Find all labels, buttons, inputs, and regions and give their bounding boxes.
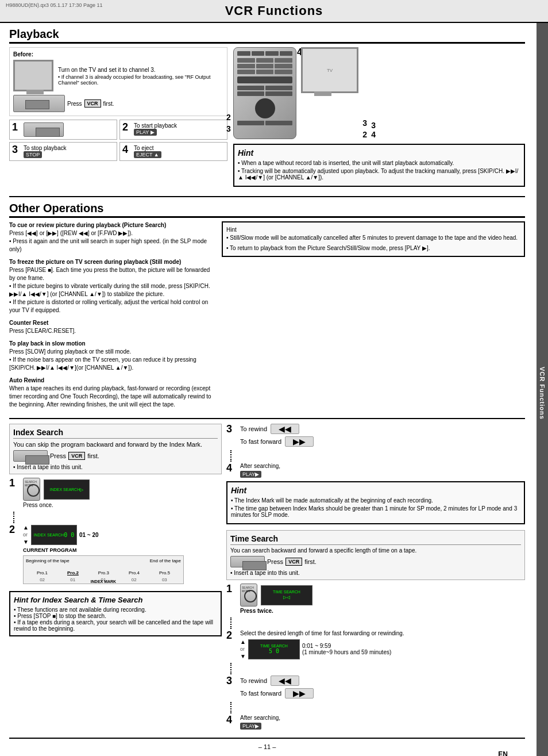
tape-diagram: Beginning of the tape End of the tape Pr… (23, 555, 184, 584)
vcr-sidebar-label: VCR Functions (537, 23, 548, 756)
cue-review-text: Press [◀◀] or [▶▶] ([REW ◀◀] or [F.FWD ▶… (9, 229, 216, 237)
hint-search-title: Hint for Index Search & Time Search (14, 596, 217, 604)
hint-search-note1: • These functions are not available duri… (14, 607, 217, 613)
playback-steps: 1 2 To start playback PLAY ▶ (9, 120, 227, 161)
index-vcr-button: VCR (68, 452, 85, 460)
time-search-display1: TIME SEARCH ▷◁ (261, 585, 312, 605)
before-title: Before: (13, 51, 223, 57)
tape-pro5: Pro.5 (159, 570, 170, 575)
remote-label-2: 2 (226, 113, 231, 122)
search-mode-button1[interactable] (23, 478, 40, 501)
auto-rewind-section: Auto Rewind When a tape reaches its end … (9, 377, 216, 409)
time-step4-row: 4 After searching, PLAY▶ (226, 715, 525, 730)
playback-hint-title: Hint (238, 148, 520, 158)
time-step3-num: 3 (226, 676, 237, 686)
play-button-label[interactable]: PLAY ▶ (134, 129, 157, 136)
slow-note: • If the noise bars appear on the TV scr… (9, 356, 216, 372)
step4-content: To eject EJECT ▲ (134, 145, 225, 158)
slow-text: Press [SLOW] during playback or the stil… (9, 348, 216, 356)
before-box: Before: Turn on the TV and set it to cha… (9, 47, 227, 116)
tape-pro4: Pro.4 (129, 570, 140, 575)
tape-pro1: Pro.1 (37, 570, 48, 575)
tv-label-2: 2 (362, 130, 367, 139)
page-number: – 11 – (9, 743, 525, 750)
rewind-icon: ◀◀ (279, 424, 291, 433)
step2-content: To start playback PLAY ▶ (134, 122, 225, 136)
ops-hint-still: • Still/Slow mode will be automatically … (226, 234, 520, 242)
time-step4-num: 4 (226, 715, 237, 725)
playback-hint2: • Tracking will be automatically adjuste… (238, 168, 520, 181)
time-range: 0:01 ~ 9:59 (302, 643, 391, 649)
step1-num: 1 (12, 121, 18, 133)
tv-label-4: 34 (371, 121, 376, 139)
index-hint-title: Hint (231, 486, 520, 495)
tv-image (13, 60, 53, 93)
step1-box: 1 (9, 120, 117, 140)
ops-hint-box: Hint • Still/Slow mode will be automatic… (222, 221, 525, 257)
tape-beginning: Beginning of the tape (26, 558, 70, 563)
index-play-button[interactable]: PLAY▶ (240, 471, 261, 478)
hint-search-note2: • Press [STOP ■] to stop the search. (14, 613, 217, 619)
index-step1-text: Press once. (23, 502, 90, 508)
step3-box: 3 To stop playback STOP (9, 142, 117, 161)
step1-content (24, 122, 114, 137)
index-rew-label: To rewind (240, 425, 267, 432)
time-search-box: Time Search You can search backward and … (226, 530, 525, 580)
index-step2-row: 2 ▲ or ▼ INDEX SEARCH 0 0 (9, 524, 222, 586)
vcr-button: VCR (84, 99, 101, 108)
time-step3-row: 3 To rewind ◀◀ To fast forward (226, 676, 525, 699)
vcr-device-art (13, 95, 65, 112)
lang-label: EN (9, 750, 508, 756)
step3-content: To stop playback STOP (24, 145, 114, 158)
time-search-title: Time Search (230, 534, 521, 545)
index-hint-box: Hint • The Index Mark will be made autom… (226, 481, 525, 524)
time-ff-label: To fast forward (240, 690, 281, 697)
time-step2-row: 2 Select the desired length of time for … (226, 630, 525, 659)
time-vcr-button: VCR (285, 558, 302, 566)
index-search-box: Index Search You can skip the program ba… (9, 424, 222, 474)
index-press-label: Press (50, 452, 66, 459)
step2-text: To start playback (134, 122, 225, 129)
auto-rewind-text: When a tape reaches its end during playb… (9, 385, 216, 409)
step4-box: 4 To eject EJECT ▲ (119, 142, 227, 161)
press-label: Press (67, 101, 82, 107)
freeze-section: To freeze the picture on TV screen durin… (9, 258, 216, 314)
index-search-title: Index Search (13, 428, 218, 439)
ops-hint-return: • To return to playback from the Picture… (226, 244, 520, 252)
time-play-button[interactable]: PLAY▶ (240, 723, 261, 730)
cue-review-note: • Press it again and the unit will searc… (9, 237, 216, 254)
index-step3-row: 3 To rewind ◀◀ To fast forward (226, 424, 525, 447)
tape-pro2: Pro.2 (67, 570, 79, 575)
time-step2-num: 2 (226, 630, 237, 640)
time-insert-note: • Insert a tape into this unit. (230, 570, 521, 576)
time-ff-icon: ▶▶ (293, 689, 306, 698)
time-press-label: Press (267, 558, 283, 565)
step3-num: 3 (12, 144, 18, 156)
stop-button-label[interactable]: STOP (24, 151, 42, 158)
index-mark-label: INDEX MARK (91, 580, 116, 584)
time-rew-label: To rewind (240, 677, 267, 684)
index-step1-num: 1 (9, 478, 20, 488)
tv-label-3: 3 (362, 118, 367, 128)
freeze-note2: • If the picture is distorted or rolling… (9, 298, 216, 314)
playback-hint-box: Hint • When a tape without record tab is… (233, 144, 525, 187)
search-mode-button2[interactable] (240, 584, 257, 607)
tape-pro3: Pro.3 (98, 570, 109, 575)
time-step1-num: 1 (226, 584, 237, 594)
index-step4-row: 4 After searching, PLAY▶ (226, 463, 525, 478)
other-ops-title: Other Operations (9, 202, 525, 218)
ff-icon: ▶▶ (293, 437, 306, 446)
index-step2-num: 2 (9, 524, 20, 535)
counter-reset-text: Press [CLEAR/C.RESET]. (9, 327, 216, 335)
time-step1-text: Press twice. (240, 608, 312, 614)
freeze-note1: • If the picture begins to vibrate verti… (9, 282, 216, 298)
playback-hint1: • When a tape without record tab is inse… (238, 160, 520, 166)
time-after-searching: After searching, (240, 715, 280, 721)
eject-button-label[interactable]: EJECT ▲ (134, 151, 161, 158)
time-rewind-icon: ◀◀ (279, 676, 291, 685)
index-hint2: • The time gap between Index Marks shoul… (231, 505, 520, 518)
doc-info: H9880UD(EN).qx3 05.1.17 17:30 Page 11 (6, 2, 103, 8)
freeze-title: To freeze the picture on TV screen durin… (9, 258, 216, 266)
step4-num: 4 (122, 144, 128, 156)
index-insert-note: • Insert a tape into this unit. (13, 464, 218, 470)
